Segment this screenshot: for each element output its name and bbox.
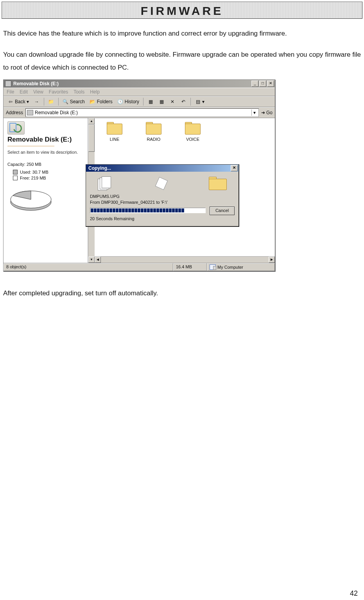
copy-remaining: 20 Seconds Remaining <box>90 216 235 221</box>
menu-file[interactable]: File <box>7 89 14 95</box>
address-value: Removable Disk (E:) <box>35 110 250 115</box>
copy-dialog: Copying... ✕ DMPUMS.UPG From DMP300_Firm… <box>86 164 239 227</box>
pie-chart-icon <box>7 189 54 213</box>
moveto-icon: ▦ <box>147 99 154 105</box>
folder-label: RADIO <box>147 137 161 142</box>
delete-button[interactable]: ✕ <box>168 98 177 105</box>
explorer-statusbar: 8 object(s) 16.4 MB My Computer <box>4 263 275 271</box>
source-dents … <box>98 176 114 190</box>
dest-folder-icon <box>209 177 227 190</box>
minimize-button[interactable]: _ <box>251 81 258 87</box>
explorer-titlebar[interactable]: Removable Disk (E:) _ □ ✕ <box>4 80 275 88</box>
status-size: 16.4 MB <box>173 263 207 271</box>
flying-doc-icon <box>155 177 168 190</box>
up-button[interactable]: 📁 <box>47 98 56 105</box>
sidebar-capacity: Capacity: 250 MB <box>7 162 84 167</box>
toolbar-sep <box>58 98 59 106</box>
scroll-thumb[interactable] <box>88 124 95 152</box>
chevron-down-icon[interactable]: ▾ <box>251 110 257 116</box>
undo-button[interactable]: ↶ <box>179 98 188 105</box>
maximize-button[interactable]: □ <box>259 81 266 87</box>
scroll-down-icon[interactable]: ▼ <box>88 257 95 263</box>
scroll-up-icon[interactable]: ▲ <box>88 118 95 124</box>
search-button[interactable]: 🔍Search <box>61 98 86 105</box>
from-prefix: From <box>90 200 100 205</box>
history-button[interactable]: 🕓History <box>116 98 141 105</box>
disk-icon <box>27 110 33 115</box>
folder-line[interactable]: LINE <box>101 122 128 142</box>
folders-button[interactable]: 📂Folders <box>88 98 114 105</box>
menu-favorites[interactable]: Favorites <box>49 89 68 95</box>
used-label: Used: 30.7 MB <box>20 170 48 174</box>
back-label: Back <box>15 99 25 104</box>
folder-icon <box>185 122 201 135</box>
address-input[interactable]: Removable Disk (E:) ▾ <box>25 108 259 117</box>
views-button[interactable]: ▤▾ <box>193 98 206 105</box>
drive-logo-icon <box>7 121 25 135</box>
copy-animation <box>90 174 235 193</box>
folder-label: VOICE <box>186 137 199 142</box>
folder-radio[interactable]: RADIO <box>140 122 167 142</box>
address-bar: Address Removable Disk (E:) ▾ ➜ Go <box>4 107 275 118</box>
sidebar-title: Removable Disk (E:) <box>7 136 84 144</box>
copy-dialog-title: Copying... <box>88 165 231 171</box>
status-location: My Computer <box>207 263 275 271</box>
back-button[interactable]: ⇦ Back ▾ <box>6 98 30 105</box>
to-path: 'F:\' <box>161 200 168 205</box>
back-icon: ⇦ <box>7 99 14 105</box>
legend-free: Free: 219 MB <box>13 176 84 180</box>
views-icon: ▤ <box>195 99 201 105</box>
folders-label: Folders <box>97 99 113 104</box>
forward-button[interactable]: → <box>32 98 41 105</box>
closing-paragraph: After completed upgrading, set turn off … <box>3 287 361 300</box>
moveto-button[interactable]: ▦ <box>146 98 155 105</box>
delete-icon: ✕ <box>169 99 176 105</box>
history-icon: 🕓 <box>117 99 124 105</box>
go-label: Go <box>266 110 273 115</box>
intro-paragraph-2: You can download upgrade file by connect… <box>3 49 361 74</box>
folders-icon: 📂 <box>90 99 96 105</box>
scroll-left-icon[interactable]: ◀ <box>95 257 101 263</box>
sidebar-panel: Removable Disk (E:) Select an item to vi… <box>4 118 88 263</box>
explorer-title: Removable Disk (E:) <box>13 81 251 86</box>
copy-filename: DMPUMS.UPG <box>90 194 235 199</box>
folder-voice[interactable]: VOICE <box>179 122 206 142</box>
toolbar-sep <box>143 98 143 106</box>
copyto-icon: ▦ <box>158 99 165 105</box>
folder-label: LINE <box>110 137 119 142</box>
my-computer-icon <box>210 264 216 270</box>
copy-dialog-titlebar[interactable]: Copying... ✕ <box>86 165 238 172</box>
scroll-right-icon[interactable]: ▶ <box>269 257 275 263</box>
disk-icon <box>5 81 11 87</box>
copyto-button[interactable]: ▦ <box>157 98 166 105</box>
page-title: FIRMWARE <box>141 4 223 17</box>
copy-path: From DMP300_Firmware_040221 to 'F:\' <box>90 200 235 205</box>
swatch-used-icon <box>13 170 18 174</box>
search-icon: 🔍 <box>63 99 69 105</box>
free-label: Free: 219 MB <box>20 176 46 180</box>
go-icon: ➜ <box>261 110 265 115</box>
to-prefix: to <box>156 200 160 205</box>
cancel-button[interactable]: Cancel <box>210 207 235 215</box>
menu-view[interactable]: View <box>33 89 43 95</box>
menu-edit[interactable]: Edit <box>20 89 28 95</box>
menu-help[interactable]: Help <box>90 89 100 95</box>
status-objects: 8 object(s) <box>4 263 173 271</box>
legend-used: Used: 30.7 MB <box>13 170 84 174</box>
content-hscrollbar[interactable]: ◀ ▶ <box>95 256 275 263</box>
close-button[interactable]: ✕ <box>267 81 274 87</box>
go-button[interactable]: ➜ Go <box>261 110 273 115</box>
history-label: History <box>125 99 139 104</box>
chevron-down-icon: ▾ <box>27 99 29 104</box>
sidebar-divider <box>7 146 54 146</box>
progress-bar <box>90 208 206 213</box>
page-number: 42 <box>350 589 358 598</box>
up-icon: 📁 <box>48 99 54 105</box>
menu-tools[interactable]: Tools <box>74 89 84 95</box>
forward-icon: → <box>34 99 40 105</box>
explorer-window: Removable Disk (E:) _ □ ✕ File Edit View… <box>3 79 275 271</box>
search-label: Search <box>70 99 85 104</box>
folder-icon <box>146 122 161 135</box>
chevron-down-icon: ▾ <box>202 99 204 104</box>
dialog-close-button[interactable]: ✕ <box>231 165 238 171</box>
